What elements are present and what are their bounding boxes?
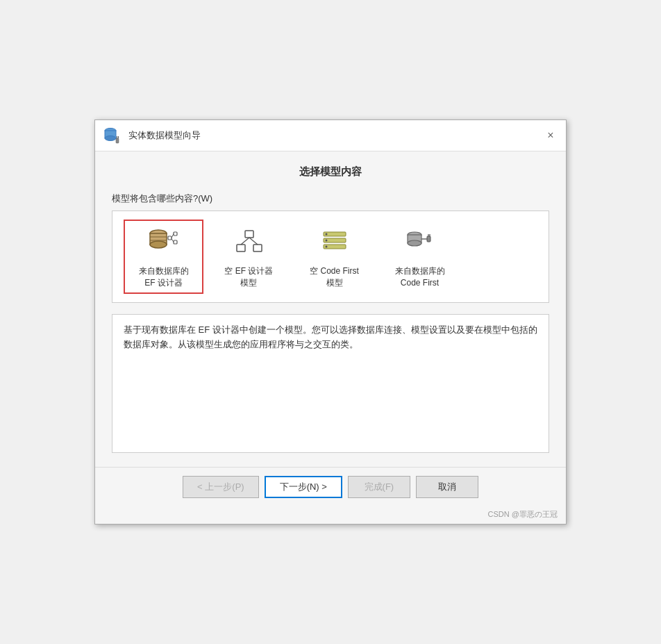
description-box: 基于现有数据库在 EF 设计器中创建一个模型。您可以选择数据库连接、模型设置以及…	[112, 314, 549, 453]
cancel-button[interactable]: 取消	[416, 476, 478, 498]
footer: < 上一步(P) 下一步(N) > 完成(F) 取消	[95, 467, 566, 506]
finish-button[interactable]: 完成(F)	[348, 476, 410, 498]
option-db-cf[interactable]: 来自数据库的 Code First	[380, 220, 460, 295]
model-section-label: 模型将包含哪些内容?(W)	[112, 192, 549, 205]
close-button[interactable]: ×	[544, 129, 558, 142]
option-db-ef-label: 来自数据库的 EF 设计器	[139, 265, 189, 289]
description-text: 基于现有数据库在 EF 设计器中创建一个模型。您可以选择数据库连接、模型设置以及…	[124, 324, 537, 349]
svg-line-19	[241, 238, 249, 245]
svg-rect-16	[245, 231, 253, 238]
model-section: 模型将包含哪些内容?(W)	[112, 192, 549, 304]
svg-point-29	[408, 240, 421, 246]
option-blank-cf-label: 空 Code First 模型	[310, 265, 359, 289]
dialog-title: 实体数据模型向导	[128, 129, 201, 142]
dialog: 实体数据模型向导 × 选择模型内容 模型将包含哪些内容?(W)	[94, 119, 567, 525]
svg-line-14	[171, 233, 174, 238]
svg-point-8	[150, 241, 167, 248]
svg-point-26	[325, 245, 327, 247]
option-db-cf-label: 来自数据库的 Code First	[395, 265, 445, 289]
svg-rect-13	[174, 240, 177, 244]
title-bar-left: 实体数据模型向导	[103, 126, 201, 145]
page-title: 选择模型内容	[112, 165, 549, 179]
svg-rect-18	[253, 245, 262, 251]
db-cf-icon	[402, 225, 438, 261]
svg-point-2	[105, 135, 116, 140]
model-options-container: 来自数据库的 EF 设计器	[112, 210, 549, 304]
svg-rect-3	[116, 138, 119, 143]
svg-rect-31	[427, 236, 430, 242]
svg-line-15	[171, 238, 174, 242]
database-icon	[103, 126, 123, 145]
blank-ef-icon	[231, 225, 267, 261]
blank-cf-icon	[317, 225, 353, 261]
title-bar: 实体数据模型向导 ×	[95, 120, 566, 151]
next-button[interactable]: 下一步(N) >	[265, 476, 342, 498]
svg-line-20	[249, 238, 258, 245]
option-db-ef[interactable]: 来自数据库的 EF 设计器	[124, 220, 203, 295]
svg-point-24	[325, 233, 327, 235]
content-area: 选择模型内容 模型将包含哪些内容?(W)	[95, 151, 566, 468]
svg-rect-17	[237, 245, 245, 251]
prev-button[interactable]: < 上一步(P)	[183, 476, 259, 498]
svg-rect-12	[174, 232, 177, 236]
option-blank-cf[interactable]: 空 Code First 模型	[294, 220, 374, 295]
watermark: CSDN @罪恶の王冠	[95, 506, 566, 524]
svg-point-25	[325, 239, 327, 241]
option-blank-ef[interactable]: 空 EF 设计器 模型	[209, 220, 289, 295]
option-blank-ef-label: 空 EF 设计器 模型	[224, 265, 273, 289]
svg-rect-11	[168, 236, 171, 240]
db-ef-icon	[146, 225, 182, 261]
